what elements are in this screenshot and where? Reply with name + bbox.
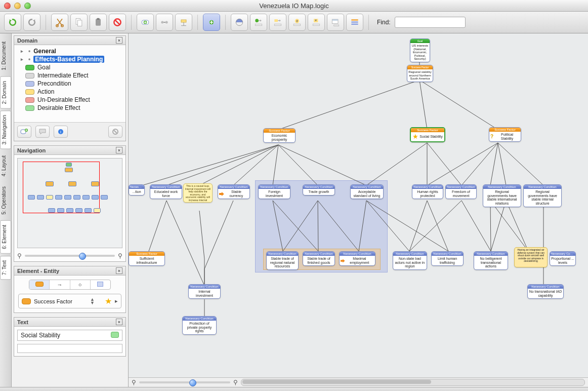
add-entity-button[interactable]	[137, 14, 154, 31]
tab-document[interactable]: 1: Document	[0, 37, 11, 74]
delete-button[interactable]	[109, 14, 126, 31]
tab-domain[interactable]: 2: Domain	[0, 76, 11, 109]
canvas-hscroll-thumb[interactable]	[242, 380, 431, 384]
node-nc-rights[interactable]: Necessary Condition Human rights protect…	[412, 184, 443, 199]
minimap-zoom-thumb[interactable]	[79, 253, 86, 260]
tab-navigation[interactable]: 3: Navigation	[0, 110, 11, 149]
tab-layout[interactable]: 4: Layout	[0, 151, 11, 180]
diagram-canvas[interactable]: Goal US interests (National, Economic, P…	[129, 33, 588, 387]
node-goal[interactable]: Goal US interests (National, Economic, P…	[410, 38, 430, 62]
domain-tree-item[interactable]: Precondition	[16, 80, 123, 88]
tab-element[interactable]: 6: Element	[0, 220, 11, 254]
hash-box-tool[interactable]: #	[308, 14, 325, 31]
tab-text[interactable]: 7: Text	[0, 256, 11, 280]
text-input[interactable]: Social Stability	[17, 330, 122, 341]
yellow-flow-tool[interactable]	[269, 14, 286, 31]
domain-tree-item[interactable]: ▸•General	[16, 47, 123, 55]
element-tab-box[interactable]	[91, 280, 110, 289]
node-nc-property[interactable]: Necessary Condition Protection of privat…	[182, 316, 217, 335]
node-nc-internal[interactable]: Necessary Condition Internal investment	[188, 284, 221, 299]
domain-close-icon[interactable]: ×	[116, 37, 122, 44]
node-nc-partial[interactable]: Necessary Condition ...tion	[129, 184, 145, 196]
element-type-stepper[interactable]: ▲▼	[90, 298, 95, 305]
node-nc-intstruct[interactable]: Necessary Condition Regional governments…	[523, 184, 562, 207]
node-nc-living[interactable]: Necessary Condition Acceptable standard …	[350, 184, 384, 199]
element-tab-rect[interactable]	[29, 280, 50, 289]
zoom-in-icon[interactable]: ⚲	[118, 252, 122, 259]
domain-tree-item[interactable]: Goal	[16, 63, 123, 71]
text-color-swatch[interactable]	[111, 332, 119, 338]
zoom-window-button[interactable]	[24, 3, 31, 9]
canvas-zoom-in-icon[interactable]: ⚲	[233, 379, 238, 386]
domain-tree-item[interactable]: Un-Desirable Effect	[16, 96, 123, 104]
node-sf-econ[interactable]: Success Factor Economic prosperity	[263, 128, 296, 143]
canvas-hscrollbar[interactable]	[241, 379, 585, 386]
list-tool[interactable]	[346, 14, 363, 31]
element-tab-arrow[interactable]: →	[50, 280, 70, 289]
node-sf-social[interactable]: Success Factor ★Social Stability	[410, 127, 445, 142]
cut-button[interactable]	[51, 14, 68, 31]
minimap-viewport[interactable]	[23, 162, 100, 213]
node-nc-intrel[interactable]: Necessary Condition Regional governments…	[483, 184, 521, 207]
domain-info-button[interactable]: i	[54, 126, 68, 138]
node-nc-move[interactable]: Necessary Condition Freedom of movement	[445, 184, 477, 199]
add-node-selected-button[interactable]	[203, 14, 220, 31]
disclosure-icon[interactable]: ▸	[18, 56, 25, 63]
green-flow-tool[interactable]	[250, 14, 267, 31]
copy-button[interactable]	[70, 14, 88, 31]
text-notes-input[interactable]	[17, 344, 122, 353]
disclosure-icon[interactable]: ▸	[18, 48, 25, 55]
add-junctor-button[interactable]	[175, 14, 192, 31]
domain-tree-item[interactable]: ▸•Effects-Based Planning	[16, 55, 123, 63]
zoom-out-icon[interactable]: ⚲	[17, 252, 22, 259]
navigation-close-icon[interactable]: ×	[116, 147, 122, 153]
node-nc-iad[interactable]: Necessary Condition No transnational IAD…	[527, 284, 564, 299]
minimap[interactable]	[17, 158, 122, 248]
node-nc-trade[interactable]: Necessary Condition Trade growth	[303, 184, 335, 196]
node-nc-goods[interactable]: Necessary Condition Stable trade of fini…	[303, 251, 335, 266]
domain-tree-item[interactable]: Action	[16, 88, 123, 96]
node-nc-employment[interactable]: Necessary Condition Maximal employment	[339, 251, 375, 266]
find-input[interactable]	[395, 17, 466, 28]
undo-button[interactable]	[4, 14, 21, 31]
node-nc-workforce[interactable]: Necessary Condition Educated work force	[150, 184, 182, 199]
domain-tree[interactable]: ▸•General▸•Effects-Based PlanningGoalInt…	[14, 45, 125, 122]
node-sf-region[interactable]: Success Factor Regional stability around…	[407, 65, 433, 82]
node-nc-trafficking[interactable]: Necessary Condition Limit human traffick…	[431, 251, 464, 266]
domain-comment-button[interactable]	[35, 126, 50, 138]
node-sf-infra[interactable]: Success Factor Sufficient infrastructure	[129, 251, 165, 266]
domain-tree-item[interactable]: Desirable Effect	[16, 104, 123, 112]
canvas-zoom-slider[interactable]	[139, 381, 230, 383]
node-note-iad[interactable]: Having an integrated air defense system …	[514, 247, 548, 267]
domain-tree-item[interactable]: Intermediate Effect	[16, 71, 123, 80]
element-next-icon[interactable]: ▸	[115, 298, 118, 304]
text-close-icon[interactable]: ×	[116, 319, 122, 325]
close-window-button[interactable]	[4, 3, 11, 9]
minimap-zoom[interactable]: ⚲ ⚲	[14, 251, 125, 261]
element-tab-circle[interactable]: ○	[70, 280, 91, 289]
node-sf-political[interactable]: Success Factor ? Political Stability	[489, 127, 521, 142]
domain-cancel-button[interactable]	[108, 126, 122, 138]
paste-button[interactable]	[90, 14, 107, 31]
add-relation-button[interactable]	[156, 14, 173, 31]
minimize-window-button[interactable]	[14, 3, 21, 9]
redo-button[interactable]	[23, 14, 40, 31]
favorite-icon[interactable]: ★	[105, 296, 112, 306]
element-close-icon[interactable]: ×	[116, 267, 122, 274]
node-note-causal[interactable]: This is a causal loop. Internal investme…	[183, 183, 213, 203]
window-tool[interactable]	[327, 14, 344, 31]
tab-operators[interactable]: 5: Operators	[0, 182, 11, 219]
half-circle-tool[interactable]	[231, 14, 248, 31]
node-nc-belligerent[interactable]: Necessary Condition No belligerent trans…	[474, 251, 508, 270]
canvas-zoom-out-icon[interactable]: ⚲	[132, 379, 136, 386]
hash-tool[interactable]: #	[288, 14, 306, 31]
element-tabs[interactable]: → ○	[29, 280, 111, 290]
node-nc-resources[interactable]: Necessary Condition Stable trade of regi…	[266, 251, 299, 270]
element-type-picker[interactable]: Success Factor ▲▼ ★ ▸	[18, 294, 121, 308]
node-nc-proportional[interactable]: Necessary Condition Proportional ... lev…	[550, 251, 576, 266]
canvas-zoom-thumb[interactable]	[189, 379, 196, 386]
node-nc-badactors[interactable]: Necessary Condition Non-state bad actors…	[393, 251, 427, 270]
node-nc-currency[interactable]: Necessary Condition Stable currency	[218, 184, 250, 199]
node-nc-foreign[interactable]: Necessary Condition Foreign investment	[258, 184, 290, 199]
domain-add-button[interactable]	[17, 126, 31, 138]
